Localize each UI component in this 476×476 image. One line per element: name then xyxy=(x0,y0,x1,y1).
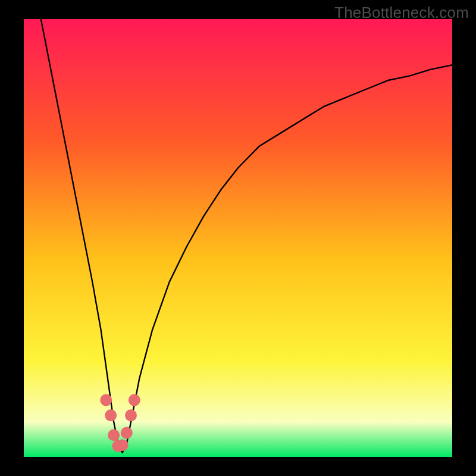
highlight-point xyxy=(100,394,112,406)
gradient-background xyxy=(24,19,452,457)
highlight-point xyxy=(108,429,120,441)
watermark-text: TheBottleneck.com xyxy=(334,4,469,22)
chart-frame: TheBottleneck.com xyxy=(0,0,476,476)
highlight-point xyxy=(125,409,137,421)
highlight-point xyxy=(129,394,140,406)
highlight-point xyxy=(105,409,117,421)
highlight-point xyxy=(117,439,129,451)
bottleneck-chart xyxy=(24,19,452,457)
highlight-point xyxy=(121,427,133,439)
